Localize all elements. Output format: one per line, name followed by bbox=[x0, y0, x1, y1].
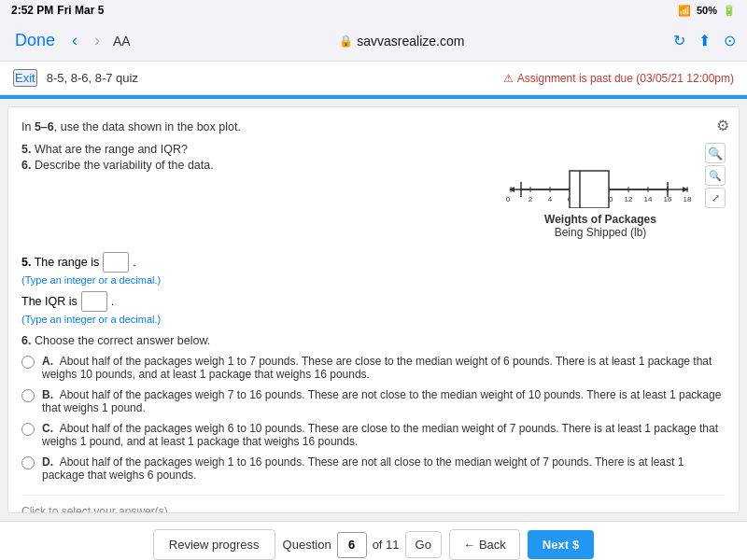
q5-text: 5. What are the range and IQR? bbox=[21, 143, 492, 156]
zoom-out-button[interactable]: 🔍 bbox=[705, 165, 726, 186]
status-date: Fri Mar 5 bbox=[57, 4, 104, 17]
choice-c-radio[interactable] bbox=[21, 423, 35, 436]
question-nav: Question of 11 Go bbox=[283, 531, 442, 558]
lock-icon: 🔒 bbox=[339, 35, 353, 48]
svg-text:4: 4 bbox=[548, 195, 553, 203]
svg-text:14: 14 bbox=[644, 195, 653, 203]
range-input[interactable] bbox=[103, 252, 129, 273]
range-hint: (Type an integer or a decimal.) bbox=[21, 274, 726, 286]
question-label: Question bbox=[283, 538, 331, 552]
chart-subtitle: Being Shipped (lb) bbox=[501, 226, 699, 239]
browser-toolbar: Done ‹ › AA 🔒 savvasrealize.com ↻ ⬆ ⊙ bbox=[0, 21, 747, 62]
wifi-icon: 📶 bbox=[678, 5, 691, 17]
choice-a: A. About half of the packages weigh 1 to… bbox=[21, 355, 726, 381]
forward-nav-button[interactable]: › bbox=[91, 31, 104, 50]
back-label: Back bbox=[479, 538, 506, 552]
next-arrow: $ bbox=[572, 538, 579, 552]
iqr-label: The IQR is bbox=[21, 295, 78, 308]
svg-text:2: 2 bbox=[529, 195, 533, 203]
question-6-section: 6. Choose the correct answer below. A. A… bbox=[21, 334, 726, 482]
back-nav-button[interactable]: ‹ bbox=[68, 31, 81, 50]
box-plot-svg: 0 2 4 6 8 10 12 14 16 18 bbox=[501, 143, 698, 208]
svg-text:0: 0 bbox=[506, 195, 511, 203]
chart-tools: 🔍 🔍 ⤢ bbox=[705, 143, 726, 208]
svg-marker-22 bbox=[509, 187, 514, 192]
address-bar: 🔒 savvasrealize.com bbox=[140, 34, 664, 49]
reload-icon[interactable]: ↻ bbox=[673, 32, 685, 49]
expand-button[interactable]: ⤢ bbox=[705, 188, 726, 208]
quiz-title: 8-5, 8-6, 8-7 quiz bbox=[47, 71, 138, 85]
done-button[interactable]: Done bbox=[11, 31, 59, 50]
svg-text:18: 18 bbox=[684, 195, 692, 203]
past-due-text: Assignment is past due (03/05/21 12:00pm… bbox=[517, 72, 734, 85]
battery-icon: 🔋 bbox=[723, 5, 736, 17]
box-plot-area: 0 2 4 6 8 10 12 14 16 18 bbox=[501, 143, 699, 239]
iqr-hint: (Type an integer or a decimal.) bbox=[21, 314, 726, 325]
iqr-period: . bbox=[111, 295, 114, 308]
range-label: 5. The range is bbox=[21, 256, 99, 269]
chart-questions-text: 5. What are the range and IQR? 6. Descri… bbox=[21, 143, 492, 239]
click-to-select: Click to select your answer(s). bbox=[21, 495, 726, 513]
share-icon[interactable]: ⬆ bbox=[698, 32, 711, 49]
choice-c-text: C. About half of the packages weigh 6 to… bbox=[42, 422, 726, 448]
question-5-section: 5. The range is . (Type an integer or a … bbox=[21, 252, 726, 325]
next-button[interactable]: Next $ bbox=[528, 530, 594, 559]
chart-section: 5. What are the range and IQR? 6. Descri… bbox=[21, 143, 726, 239]
blue-divider bbox=[0, 95, 747, 99]
range-period: . bbox=[133, 256, 135, 269]
battery-level: 50% bbox=[697, 5, 717, 16]
iqr-input[interactable] bbox=[81, 291, 107, 312]
choice-b-radio[interactable] bbox=[21, 389, 35, 402]
past-due-notice: ⚠ Assignment is past due (03/05/21 12:00… bbox=[503, 72, 734, 85]
bottom-nav: Review progress Question of 11 Go ← Back… bbox=[0, 521, 747, 560]
bookmark-icon[interactable]: ⊙ bbox=[724, 32, 736, 49]
back-button[interactable]: ← Back bbox=[449, 529, 520, 560]
choice-d-radio[interactable] bbox=[21, 456, 35, 469]
svg-rect-25 bbox=[570, 171, 609, 208]
warning-icon: ⚠ bbox=[503, 72, 514, 85]
exit-label: Exit bbox=[15, 71, 35, 85]
app-header: Exit 8-5, 8-6, 8-7 quiz ⚠ Assignment is … bbox=[0, 62, 747, 95]
url-text: savvasrealize.com bbox=[357, 34, 464, 49]
choice-d-text: D. About half of the packages weigh 1 to… bbox=[42, 455, 726, 482]
choice-b: B. About half of the packages weigh 7 to… bbox=[21, 388, 726, 414]
review-progress-button[interactable]: Review progress bbox=[153, 529, 275, 560]
content-area: ⚙ In 5–6, use the data shown in the box … bbox=[7, 106, 740, 513]
back-arrow: ← bbox=[463, 538, 475, 552]
choice-c: C. About half of the packages weigh 6 to… bbox=[21, 422, 726, 448]
total-questions: of 11 bbox=[373, 538, 400, 552]
go-button[interactable]: Go bbox=[405, 531, 442, 558]
status-bar: 2:52 PM Fri Mar 5 📶 50% 🔋 bbox=[0, 0, 747, 21]
zoom-in-button[interactable]: 🔍 bbox=[705, 143, 726, 163]
next-label: Next bbox=[543, 538, 569, 552]
question-6-label: 6. Choose the correct answer below. bbox=[21, 334, 726, 347]
svg-text:12: 12 bbox=[625, 195, 633, 203]
status-time: 2:52 PM bbox=[11, 4, 53, 17]
question-number-input[interactable] bbox=[337, 532, 367, 558]
q6-text: 6. Describe the variability of the data. bbox=[21, 159, 492, 172]
instructions-text: In 5–6, use the data shown in the box pl… bbox=[21, 120, 726, 133]
choice-a-text: A. About half of the packages weigh 1 to… bbox=[42, 355, 726, 381]
chart-title: Weights of Packages bbox=[501, 213, 699, 226]
text-size-button[interactable]: AA bbox=[113, 34, 131, 49]
choice-a-radio[interactable] bbox=[21, 356, 35, 369]
choice-b-text: B. About half of the packages weigh 7 to… bbox=[42, 388, 726, 414]
exit-button[interactable]: Exit bbox=[13, 69, 37, 87]
iqr-input-line: The IQR is . bbox=[21, 291, 726, 312]
choice-d: D. About half of the packages weigh 1 to… bbox=[21, 455, 726, 482]
range-input-line: 5. The range is . bbox=[21, 252, 726, 273]
chart-container: 0 2 4 6 8 10 12 14 16 18 bbox=[501, 143, 726, 239]
settings-icon[interactable]: ⚙ bbox=[716, 117, 729, 134]
